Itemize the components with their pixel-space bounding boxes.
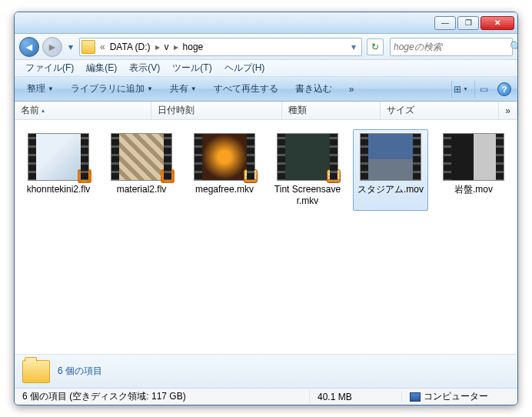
filetype-overlay-icon: 321 bbox=[327, 169, 341, 183]
breadcrumb-sep[interactable]: ▸ bbox=[172, 42, 180, 52]
breadcrumb-leading[interactable]: « bbox=[98, 42, 107, 52]
breadcrumb-sep[interactable]: ▸ bbox=[154, 42, 161, 52]
preview-pane-button[interactable]: ▭ bbox=[474, 81, 493, 98]
folder-icon bbox=[22, 360, 50, 383]
file-item[interactable]: 321megafree.mkv bbox=[187, 129, 262, 211]
titlebar: — ❐ ✕ bbox=[15, 12, 517, 34]
search-box[interactable]: 🔍 bbox=[390, 38, 513, 56]
organize-button[interactable]: 整理▼ bbox=[21, 80, 60, 98]
column-headers: 名前▴ 日付時刻 種類 サイズ » bbox=[15, 102, 517, 120]
filetype-overlay-icon bbox=[78, 169, 91, 183]
menu-help[interactable]: ヘルプ(H) bbox=[220, 60, 270, 76]
file-item[interactable]: スタジアム.mov bbox=[353, 129, 428, 211]
play-all-button[interactable]: すべて再生する bbox=[208, 80, 284, 98]
burn-button[interactable]: 書き込む bbox=[289, 80, 338, 98]
file-name: megafree.mkv bbox=[195, 184, 254, 195]
file-name: スタジアム.mov bbox=[357, 184, 424, 195]
folder-icon bbox=[81, 40, 95, 54]
details-summary: 6 個の項目 bbox=[58, 365, 102, 378]
col-more[interactable]: » bbox=[499, 102, 517, 119]
history-dropdown[interactable]: ▾ bbox=[65, 37, 76, 57]
col-size[interactable]: サイズ bbox=[381, 102, 499, 119]
view-mode-button[interactable]: ⊞▼ bbox=[451, 81, 470, 98]
file-thumbnail bbox=[360, 133, 421, 181]
col-date[interactable]: 日付時刻 bbox=[151, 102, 282, 119]
filetype-overlay-icon: 321 bbox=[244, 169, 258, 183]
address-bar[interactable]: « DATA (D:) ▸ v ▸ hoge ▾ bbox=[79, 38, 362, 56]
refresh-button[interactable]: ↻ bbox=[367, 38, 384, 55]
filetype-overlay-icon bbox=[161, 169, 175, 183]
maximize-button[interactable]: ❐ bbox=[457, 16, 479, 30]
navigation-bar: ◄ ► ▾ « DATA (D:) ▸ v ▸ hoge ▾ ↻ 🔍 bbox=[15, 34, 517, 60]
file-thumbnail: 321 bbox=[277, 133, 338, 181]
share-button[interactable]: 共有▼ bbox=[164, 80, 203, 98]
minimize-button[interactable]: — bbox=[434, 16, 456, 30]
forward-button[interactable]: ► bbox=[42, 37, 62, 57]
more-commands[interactable]: » bbox=[343, 82, 361, 97]
file-item[interactable]: 岩盤.mov bbox=[436, 129, 511, 211]
file-item[interactable]: 321Tint Screensaver.mkv bbox=[270, 129, 345, 211]
file-name: 岩盤.mov bbox=[454, 184, 493, 195]
file-thumbnail: 321 bbox=[194, 133, 255, 181]
menu-file[interactable]: ファイル(F) bbox=[21, 60, 78, 76]
close-button[interactable]: ✕ bbox=[480, 16, 514, 30]
search-icon[interactable]: 🔍 bbox=[510, 41, 518, 52]
computer-icon bbox=[410, 392, 421, 402]
file-thumbnail bbox=[28, 133, 89, 181]
details-pane: 6 個の項目 bbox=[15, 354, 517, 388]
file-thumbnail bbox=[111, 133, 172, 181]
breadcrumb-hoge[interactable]: hoge bbox=[180, 42, 207, 52]
col-type[interactable]: 種類 bbox=[282, 102, 381, 119]
breadcrumb-root[interactable]: DATA (D:) bbox=[107, 42, 154, 52]
file-name: material2.flv bbox=[117, 184, 167, 195]
col-name[interactable]: 名前▴ bbox=[15, 102, 151, 119]
menu-bar: ファイル(F) 編集(E) 表示(V) ツール(T) ヘルプ(H) bbox=[15, 60, 517, 77]
help-button[interactable]: ? bbox=[497, 82, 511, 96]
status-computer: コンピューター bbox=[402, 390, 517, 403]
file-item[interactable]: material2.flv bbox=[104, 129, 179, 211]
file-thumbnail bbox=[443, 133, 504, 181]
file-name: Tint Screensaver.mkv bbox=[274, 184, 341, 207]
address-dropdown[interactable]: ▾ bbox=[347, 42, 360, 52]
menu-view[interactable]: 表示(V) bbox=[125, 60, 165, 76]
menu-edit[interactable]: 編集(E) bbox=[81, 60, 121, 76]
back-button[interactable]: ◄ bbox=[19, 37, 39, 57]
status-bar: 6 個の項目 (空きディスク領域: 117 GB) 40.1 MB コンピュータ… bbox=[15, 388, 517, 405]
add-to-library-button[interactable]: ライブラリに追加▼ bbox=[65, 80, 159, 98]
status-items: 6 個の項目 (空きディスク領域: 117 GB) bbox=[15, 390, 310, 403]
breadcrumb-v[interactable]: v bbox=[161, 42, 172, 52]
search-input[interactable] bbox=[394, 42, 510, 52]
status-size: 40.1 MB bbox=[310, 392, 402, 402]
command-bar: 整理▼ ライブラリに追加▼ 共有▼ すべて再生する 書き込む » ⊞▼ ▭ ? bbox=[15, 77, 517, 102]
file-list[interactable]: khonntekini2.flvmaterial2.flv321megafree… bbox=[15, 120, 517, 354]
menu-tools[interactable]: ツール(T) bbox=[168, 60, 216, 76]
explorer-window: — ❐ ✕ ◄ ► ▾ « DATA (D:) ▸ v ▸ hoge ▾ ↻ 🔍… bbox=[14, 12, 518, 405]
sort-indicator-icon: ▴ bbox=[42, 107, 45, 114]
file-name: khonntekini2.flv bbox=[27, 184, 91, 195]
file-item[interactable]: khonntekini2.flv bbox=[21, 129, 96, 211]
